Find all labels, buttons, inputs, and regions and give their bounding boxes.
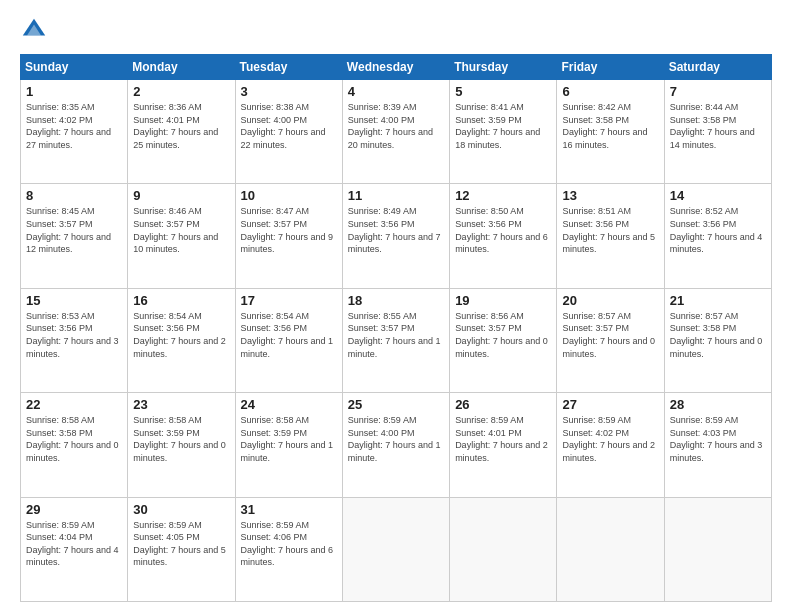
day-info: Sunrise: 8:54 AMSunset: 3:56 PMDaylight:… [133, 310, 229, 360]
day-cell: 24Sunrise: 8:58 AMSunset: 3:59 PMDayligh… [235, 393, 342, 497]
day-number: 14 [670, 188, 766, 203]
day-cell: 6Sunrise: 8:42 AMSunset: 3:58 PMDaylight… [557, 80, 664, 184]
day-info: Sunrise: 8:42 AMSunset: 3:58 PMDaylight:… [562, 101, 658, 151]
day-number: 9 [133, 188, 229, 203]
day-info: Sunrise: 8:38 AMSunset: 4:00 PMDaylight:… [241, 101, 337, 151]
day-cell [557, 497, 664, 601]
weekday-header-sunday: Sunday [21, 55, 128, 80]
day-info: Sunrise: 8:59 AMSunset: 4:03 PMDaylight:… [670, 414, 766, 464]
day-number: 4 [348, 84, 444, 99]
day-number: 3 [241, 84, 337, 99]
day-cell: 30Sunrise: 8:59 AMSunset: 4:05 PMDayligh… [128, 497, 235, 601]
day-number: 29 [26, 502, 122, 517]
day-number: 8 [26, 188, 122, 203]
day-info: Sunrise: 8:59 AMSunset: 4:06 PMDaylight:… [241, 519, 337, 569]
day-cell: 25Sunrise: 8:59 AMSunset: 4:00 PMDayligh… [342, 393, 449, 497]
day-info: Sunrise: 8:58 AMSunset: 3:58 PMDaylight:… [26, 414, 122, 464]
day-info: Sunrise: 8:49 AMSunset: 3:56 PMDaylight:… [348, 205, 444, 255]
header [20, 16, 772, 44]
day-number: 26 [455, 397, 551, 412]
week-row-3: 15Sunrise: 8:53 AMSunset: 3:56 PMDayligh… [21, 288, 772, 392]
day-cell: 26Sunrise: 8:59 AMSunset: 4:01 PMDayligh… [450, 393, 557, 497]
day-info: Sunrise: 8:35 AMSunset: 4:02 PMDaylight:… [26, 101, 122, 151]
day-cell: 23Sunrise: 8:58 AMSunset: 3:59 PMDayligh… [128, 393, 235, 497]
day-number: 11 [348, 188, 444, 203]
logo [20, 16, 52, 44]
calendar-table: SundayMondayTuesdayWednesdayThursdayFrid… [20, 54, 772, 602]
day-info: Sunrise: 8:44 AMSunset: 3:58 PMDaylight:… [670, 101, 766, 151]
day-number: 19 [455, 293, 551, 308]
day-number: 28 [670, 397, 766, 412]
day-info: Sunrise: 8:39 AMSunset: 4:00 PMDaylight:… [348, 101, 444, 151]
day-number: 20 [562, 293, 658, 308]
day-cell: 31Sunrise: 8:59 AMSunset: 4:06 PMDayligh… [235, 497, 342, 601]
day-info: Sunrise: 8:59 AMSunset: 4:02 PMDaylight:… [562, 414, 658, 464]
day-cell: 11Sunrise: 8:49 AMSunset: 3:56 PMDayligh… [342, 184, 449, 288]
day-info: Sunrise: 8:47 AMSunset: 3:57 PMDaylight:… [241, 205, 337, 255]
day-cell: 1Sunrise: 8:35 AMSunset: 4:02 PMDaylight… [21, 80, 128, 184]
day-info: Sunrise: 8:58 AMSunset: 3:59 PMDaylight:… [133, 414, 229, 464]
day-cell: 7Sunrise: 8:44 AMSunset: 3:58 PMDaylight… [664, 80, 771, 184]
day-number: 22 [26, 397, 122, 412]
day-number: 24 [241, 397, 337, 412]
page: SundayMondayTuesdayWednesdayThursdayFrid… [0, 0, 792, 612]
day-cell: 21Sunrise: 8:57 AMSunset: 3:58 PMDayligh… [664, 288, 771, 392]
day-cell: 28Sunrise: 8:59 AMSunset: 4:03 PMDayligh… [664, 393, 771, 497]
day-cell: 17Sunrise: 8:54 AMSunset: 3:56 PMDayligh… [235, 288, 342, 392]
day-cell: 22Sunrise: 8:58 AMSunset: 3:58 PMDayligh… [21, 393, 128, 497]
day-cell [342, 497, 449, 601]
day-cell [664, 497, 771, 601]
day-number: 10 [241, 188, 337, 203]
weekday-header-tuesday: Tuesday [235, 55, 342, 80]
logo-icon [20, 16, 48, 44]
day-number: 12 [455, 188, 551, 203]
day-info: Sunrise: 8:52 AMSunset: 3:56 PMDaylight:… [670, 205, 766, 255]
day-info: Sunrise: 8:50 AMSunset: 3:56 PMDaylight:… [455, 205, 551, 255]
day-number: 1 [26, 84, 122, 99]
weekday-header-saturday: Saturday [664, 55, 771, 80]
day-info: Sunrise: 8:55 AMSunset: 3:57 PMDaylight:… [348, 310, 444, 360]
day-info: Sunrise: 8:59 AMSunset: 4:04 PMDaylight:… [26, 519, 122, 569]
day-cell: 29Sunrise: 8:59 AMSunset: 4:04 PMDayligh… [21, 497, 128, 601]
day-info: Sunrise: 8:59 AMSunset: 4:01 PMDaylight:… [455, 414, 551, 464]
day-cell: 10Sunrise: 8:47 AMSunset: 3:57 PMDayligh… [235, 184, 342, 288]
day-cell: 4Sunrise: 8:39 AMSunset: 4:00 PMDaylight… [342, 80, 449, 184]
day-info: Sunrise: 8:45 AMSunset: 3:57 PMDaylight:… [26, 205, 122, 255]
day-number: 2 [133, 84, 229, 99]
day-number: 27 [562, 397, 658, 412]
weekday-header-friday: Friday [557, 55, 664, 80]
day-info: Sunrise: 8:53 AMSunset: 3:56 PMDaylight:… [26, 310, 122, 360]
day-cell: 16Sunrise: 8:54 AMSunset: 3:56 PMDayligh… [128, 288, 235, 392]
day-number: 18 [348, 293, 444, 308]
day-cell: 15Sunrise: 8:53 AMSunset: 3:56 PMDayligh… [21, 288, 128, 392]
day-cell: 5Sunrise: 8:41 AMSunset: 3:59 PMDaylight… [450, 80, 557, 184]
day-info: Sunrise: 8:59 AMSunset: 4:05 PMDaylight:… [133, 519, 229, 569]
day-number: 15 [26, 293, 122, 308]
day-cell: 2Sunrise: 8:36 AMSunset: 4:01 PMDaylight… [128, 80, 235, 184]
day-cell: 27Sunrise: 8:59 AMSunset: 4:02 PMDayligh… [557, 393, 664, 497]
day-number: 7 [670, 84, 766, 99]
day-info: Sunrise: 8:46 AMSunset: 3:57 PMDaylight:… [133, 205, 229, 255]
day-cell [450, 497, 557, 601]
day-info: Sunrise: 8:36 AMSunset: 4:01 PMDaylight:… [133, 101, 229, 151]
week-row-5: 29Sunrise: 8:59 AMSunset: 4:04 PMDayligh… [21, 497, 772, 601]
day-info: Sunrise: 8:57 AMSunset: 3:57 PMDaylight:… [562, 310, 658, 360]
day-info: Sunrise: 8:57 AMSunset: 3:58 PMDaylight:… [670, 310, 766, 360]
day-number: 16 [133, 293, 229, 308]
day-cell: 14Sunrise: 8:52 AMSunset: 3:56 PMDayligh… [664, 184, 771, 288]
day-number: 25 [348, 397, 444, 412]
weekday-header-thursday: Thursday [450, 55, 557, 80]
day-cell: 20Sunrise: 8:57 AMSunset: 3:57 PMDayligh… [557, 288, 664, 392]
day-info: Sunrise: 8:56 AMSunset: 3:57 PMDaylight:… [455, 310, 551, 360]
day-cell: 9Sunrise: 8:46 AMSunset: 3:57 PMDaylight… [128, 184, 235, 288]
day-number: 30 [133, 502, 229, 517]
weekday-header-wednesday: Wednesday [342, 55, 449, 80]
day-number: 13 [562, 188, 658, 203]
day-cell: 12Sunrise: 8:50 AMSunset: 3:56 PMDayligh… [450, 184, 557, 288]
day-number: 17 [241, 293, 337, 308]
day-info: Sunrise: 8:51 AMSunset: 3:56 PMDaylight:… [562, 205, 658, 255]
day-cell: 13Sunrise: 8:51 AMSunset: 3:56 PMDayligh… [557, 184, 664, 288]
day-info: Sunrise: 8:54 AMSunset: 3:56 PMDaylight:… [241, 310, 337, 360]
day-cell: 18Sunrise: 8:55 AMSunset: 3:57 PMDayligh… [342, 288, 449, 392]
day-number: 21 [670, 293, 766, 308]
